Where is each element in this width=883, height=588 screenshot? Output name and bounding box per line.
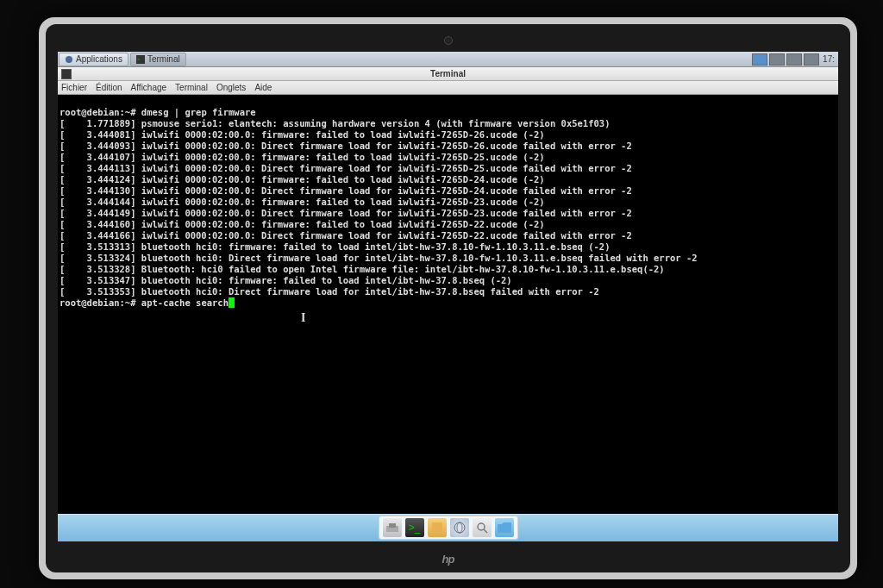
terminal-task-icon: > bbox=[136, 55, 145, 64]
output-line: [ 3.513347] bluetooth hci0: firmware: fa… bbox=[59, 275, 512, 285]
workspace-1[interactable] bbox=[752, 53, 767, 66]
menu-file[interactable]: Fichier bbox=[61, 83, 87, 92]
command-1: dmesg | grep firmware bbox=[141, 107, 256, 117]
output-line: [ 3.513324] bluetooth hci0: Direct firmw… bbox=[59, 253, 698, 263]
output-line: [ 3.513328] Bluetooth: hci0 failed to op… bbox=[59, 264, 665, 274]
taskbar-terminal-label: Terminal bbox=[147, 54, 180, 64]
output-line: [ 3.444166] iwlwifi 0000:02:00.0: Direct… bbox=[59, 230, 632, 241]
menu-tabs[interactable]: Onglets bbox=[216, 83, 246, 92]
workspace-2[interactable] bbox=[769, 53, 785, 66]
terminal-output[interactable]: root@debian:~# dmesg | grep firmware [ 1… bbox=[58, 95, 838, 541]
output-line: [ 3.513353] bluetooth hci0: Direct firmw… bbox=[59, 286, 599, 297]
menu-edit[interactable]: Édition bbox=[96, 83, 122, 92]
window-titlebar[interactable]: Terminal bbox=[58, 67, 838, 81]
menu-bar: Fichier Édition Affichage Terminal Ongle… bbox=[58, 81, 838, 95]
output-line: [ 3.444093] iwlwifi 0000:02:00.0: Direct… bbox=[59, 141, 632, 151]
output-line: [ 3.444124] iwlwifi 0000:02:00.0: firmwa… bbox=[59, 174, 545, 185]
xfce-icon bbox=[65, 55, 73, 64]
prompt: root@debian:~# bbox=[59, 297, 136, 308]
output-line: [ 3.444130] iwlwifi 0000:02:00.0: Direct… bbox=[59, 185, 632, 196]
laptop-bezel: Applications > Terminal 17: bbox=[46, 24, 850, 572]
panel-clock[interactable]: 17: bbox=[819, 54, 838, 64]
text-cursor-icon: I bbox=[301, 311, 305, 324]
window-title: Terminal bbox=[430, 69, 466, 78]
webcam bbox=[444, 36, 453, 45]
applications-menu[interactable]: Applications bbox=[59, 53, 128, 66]
terminal-window-icon bbox=[61, 69, 72, 79]
output-line: [ 3.513313] bluetooth hci0: firmware: fa… bbox=[59, 241, 610, 252]
workspace-3[interactable] bbox=[786, 53, 802, 66]
top-panel: Applications > Terminal 17: bbox=[58, 52, 838, 67]
command-2: apt-cache search bbox=[141, 297, 229, 308]
cursor-block bbox=[229, 297, 235, 308]
workspace-4[interactable] bbox=[804, 53, 819, 66]
applications-label: Applications bbox=[76, 54, 122, 64]
prompt: root@debian:~# bbox=[59, 107, 136, 117]
menu-terminal[interactable]: Terminal bbox=[175, 83, 208, 92]
taskbar-terminal[interactable]: > Terminal bbox=[130, 53, 186, 66]
output-line: [ 1.771889] psmouse serio1: elantech: as… bbox=[59, 118, 610, 128]
output-line: [ 3.444081] iwlwifi 0000:02:00.0: firmwa… bbox=[59, 129, 545, 140]
output-line: [ 3.444160] iwlwifi 0000:02:00.0: firmwa… bbox=[59, 219, 545, 229]
svg-text:>: > bbox=[137, 57, 141, 62]
output-line: [ 3.444149] iwlwifi 0000:02:00.0: Direct… bbox=[59, 208, 632, 218]
menu-view[interactable]: Affichage bbox=[131, 83, 167, 92]
output-line: [ 3.444107] iwlwifi 0000:02:00.0: firmwa… bbox=[59, 152, 545, 162]
hp-logo: hp bbox=[442, 553, 454, 566]
system-tray bbox=[752, 53, 819, 66]
laptop-frame: Applications > Terminal 17: bbox=[39, 17, 857, 579]
output-line: [ 3.444113] iwlwifi 0000:02:00.0: Direct… bbox=[59, 163, 632, 173]
svg-point-0 bbox=[66, 56, 72, 63]
output-line: [ 3.444144] iwlwifi 0000:02:00.0: firmwa… bbox=[59, 197, 545, 207]
screen-content: Applications > Terminal 17: bbox=[58, 52, 838, 541]
menu-help[interactable]: Aide bbox=[254, 83, 272, 92]
